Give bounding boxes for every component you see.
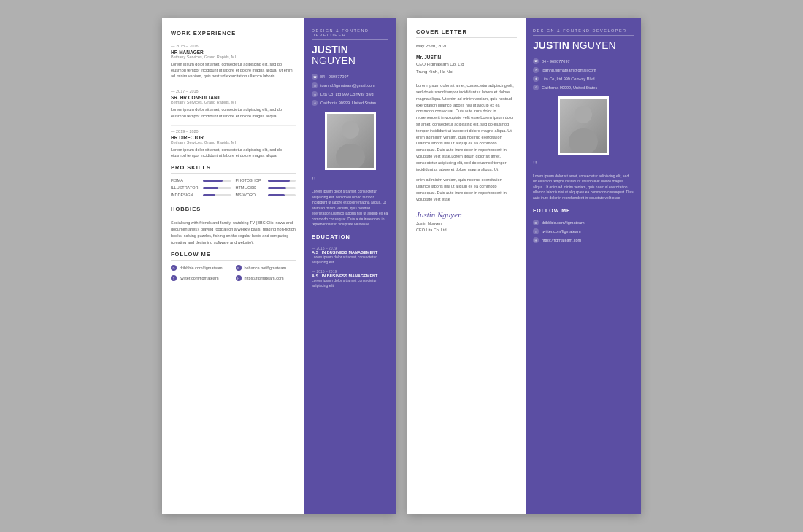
job-company-2: Bethany Services, Grand Rapids, MI	[171, 100, 296, 104]
skills-title: PRO SKILLS	[171, 164, 296, 174]
contact-text: 84 - 969877097	[320, 74, 349, 79]
skill-name: INDDESIGN	[171, 193, 200, 197]
edu-desc: Lorem ipsum dolor sit amet, consectetur …	[312, 278, 388, 288]
cover-contact-icon: ☎	[533, 58, 539, 64]
edu-degree: A.S . IN BUSINESS MANAGEMENT	[312, 250, 388, 255]
profile-photo	[325, 112, 376, 170]
follow-icon: D	[171, 265, 177, 271]
contact-icon: ☎	[312, 74, 318, 80]
sig-company: CEO Lita Co, Ltd	[416, 228, 517, 232]
cover-document: COVER LETTER May 25 th, 2020 Mr. JUSTIN …	[407, 18, 641, 514]
cover-contact-item: ⊙ California 90999, United States	[533, 85, 634, 90]
recipient-address: Trung Kinh, Ha Noi	[416, 69, 453, 74]
cover-contact-item: ◈ Lita Co, Ltd 999 Conway Blvd	[533, 76, 634, 82]
right-name: JUSTIN NGUYEN	[312, 45, 388, 67]
skill-row-ms-word: MS-WORD	[236, 193, 296, 197]
divider-2	[171, 125, 296, 126]
cover-contact-icon: ◈	[533, 76, 539, 82]
divider-1	[171, 85, 296, 85]
resume-right-column: DESIGN & FONTEND DEVELOPER JUSTIN NGUYEN…	[304, 18, 396, 514]
skill-bar-bg	[268, 194, 296, 196]
svg-point-0	[342, 121, 359, 139]
quote-mark: "	[312, 176, 388, 188]
cover-follow-text: dribbble.com/figmateam	[542, 220, 585, 225]
skill-bar-bg	[203, 194, 231, 196]
cover-quote-block: " Lorem ipsum dolor sit amet, consectetu…	[533, 161, 634, 201]
cover-body-2: enim ad minim veniam, quis nostrud exerc…	[416, 177, 517, 202]
cover-follow-section: FOLLOW ME D dribbble.com/figmateam T twi…	[533, 208, 634, 243]
svg-point-1	[336, 144, 365, 168]
sig-name: Justin Nguyen	[416, 210, 517, 219]
skill-bar-fill	[268, 194, 285, 196]
work-experience-title: WORK EXPERIENCE	[171, 30, 296, 39]
edu-desc: Lorem ipsum dolor sit amet, consectetur …	[312, 255, 388, 265]
contact-item: ✉ toannd.figmateam@gmail.com	[312, 82, 388, 88]
follow-text: dribbble.com/figmateam	[180, 266, 223, 270]
cover-header-label: COVER LETTER	[416, 28, 517, 38]
follow-text: https://figmateam.com	[245, 276, 284, 280]
job-desc-2: Lorem ipsum dolor sit amet, consectetur …	[171, 107, 296, 119]
cover-quote-text: Lorem ipsum dolor sit amet, consectetur …	[533, 174, 634, 201]
recipient-company: CEO Figmateam Co, Ltd	[416, 62, 464, 66]
cover-follow-title: FOLLOW ME	[533, 208, 634, 215]
cover-contact-icon: ⊙	[533, 85, 539, 90]
signature-block: Justin Nguyen Justin Nguyen CEO Lita Co,…	[416, 210, 517, 232]
follow-icon: T	[171, 275, 177, 281]
follow-icon: H	[236, 275, 242, 281]
cover-follow-item: H https://figmateam.com	[533, 237, 634, 243]
follow-item: D dribbble.com/figmateam	[171, 265, 231, 271]
cover-contact-item: ✉ toannd.figmateam@gmail.com	[533, 67, 634, 73]
recipient-name: Mr. JUSTIN	[416, 55, 441, 60]
skill-name: ILLUSTRATOR	[171, 185, 200, 190]
job-desc-1: Lorem ipsum dolor sit amet, consectetur …	[171, 61, 296, 80]
cover-follow-text: https://figmateam.com	[542, 238, 581, 242]
edu-entry: — 2015 – 2019 A.S . IN BUSINESS MANAGEME…	[312, 269, 388, 288]
follow-item: T twitter.com/figmateam	[171, 275, 231, 281]
skill-row-html/css: HTML/CSS	[236, 185, 296, 190]
follow-icon: B	[236, 265, 242, 271]
cover-contact-text: 84 - 969877097	[542, 59, 570, 63]
resume-document: WORK EXPERIENCE — 2015 – 2016 HR MANAGER…	[162, 18, 396, 514]
skill-bar-bg	[203, 187, 231, 189]
cover-right-column: DESIGN & FONTEND DEVELOPER JUSTIN NGUYEN…	[526, 18, 641, 514]
edu-degree: A.S . IN BUSINESS MANAGEMENT	[312, 274, 388, 278]
skill-row-fisma: FISMA	[171, 178, 231, 182]
right-last-name: NGUYEN	[312, 55, 356, 66]
quote-text: Lorem ipsum dolor sit amet, consectetur …	[312, 189, 388, 228]
skill-bar-bg	[203, 180, 231, 182]
cover-contact-text: Lita Co, Ltd 999 Conway Blvd	[542, 77, 594, 81]
cover-follow-item: T twitter.com/figmateam	[533, 228, 634, 234]
contact-text: Lita Co, Ltd 999 Conway Blvd	[320, 92, 373, 96]
cover-right-name-block: JUSTIN NGUYEN	[533, 40, 634, 51]
cover-contact-text: California 90999, United States	[542, 85, 597, 90]
job-company-3: Bethany Services, Grand Rapids, MI	[171, 140, 296, 144]
cover-follow-icon: T	[533, 228, 539, 234]
skill-bar-bg	[268, 180, 296, 182]
hobbies-text: Socialising with friends and family, wat…	[171, 220, 296, 245]
svg-point-2	[575, 106, 592, 123]
skill-bar-fill	[203, 194, 215, 196]
job-entry-3: — 2019 – 2020 HR DIRECTOR Bethany Servic…	[171, 129, 296, 159]
skill-row-photoshop: PHOTOSHOP	[236, 178, 296, 182]
sig-title: Justin Nguyen	[416, 221, 517, 225]
job-company-1: Bethany Services, Grand Rapids, MI	[171, 55, 296, 59]
skill-row-illustrator: ILLUSTRATOR	[171, 185, 231, 190]
cover-right-last-name: NGUYEN	[572, 39, 616, 51]
right-name-block: JUSTIN NGUYEN	[312, 45, 388, 67]
cover-contact-text: toannd.figmateam@gmail.com	[542, 68, 596, 72]
contact-text: toannd.figmateam@gmail.com	[320, 83, 375, 88]
contact-item: ☎ 84 - 969877097	[312, 74, 388, 80]
cover-follow-text: twitter.com/figmateam	[542, 229, 581, 234]
follow-text: twitter.com/figmateam	[180, 276, 219, 280]
job-title-2: SR. HR CONSULTANT	[171, 95, 296, 100]
cover-right-first-name: JUSTIN	[533, 39, 569, 51]
job-entry-2: — 2017 – 2018 SR. HR CONSULTANT Bethany …	[171, 89, 296, 119]
cover-quote-mark: "	[533, 161, 634, 172]
skill-name: PHOTOSHOP	[236, 178, 265, 182]
skill-bar-fill	[203, 187, 218, 189]
job-desc-3: Lorem ipsum dolor sit amet, consectetur …	[171, 147, 296, 159]
cover-recipient: Mr. JUSTIN CEO Figmateam Co, Ltd Trung K…	[416, 54, 517, 76]
skill-name: FISMA	[171, 178, 200, 182]
follow-item: B behance.net/figmateam	[236, 265, 296, 271]
skill-name: HTML/CSS	[236, 185, 265, 190]
